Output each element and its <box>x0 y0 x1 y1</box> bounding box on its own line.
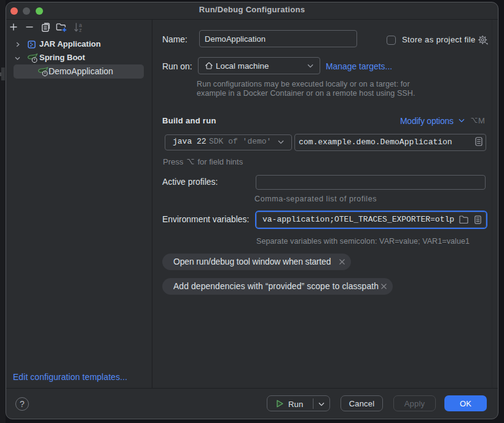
svg-text:z: z <box>79 27 82 33</box>
